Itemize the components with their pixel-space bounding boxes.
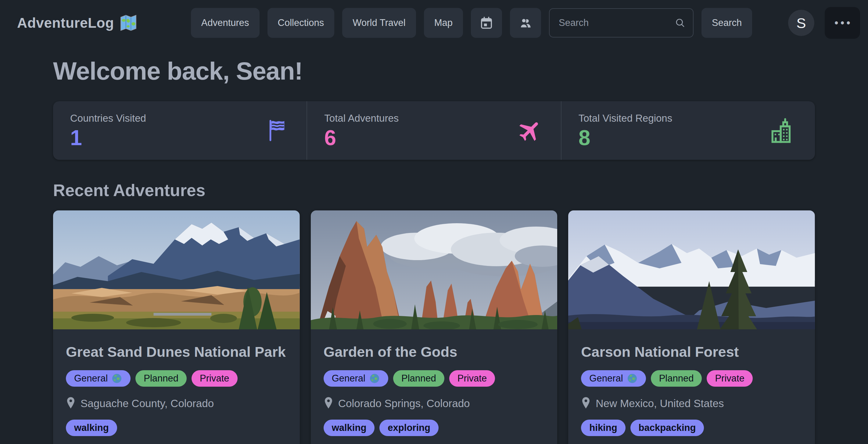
globe-icon: [369, 373, 380, 384]
stat-label: Total Adventures: [324, 113, 544, 124]
activity-tag: hiking: [581, 420, 625, 436]
adventure-card: Great Sand Dunes National Park General P…: [53, 211, 300, 444]
globe-icon: [111, 373, 122, 384]
badge-row: General Planned Private: [66, 370, 287, 387]
stat-total-visited-regions: Total Visited Regions 8: [561, 101, 815, 160]
card-body: Carson National Forest General Planned P…: [568, 329, 815, 444]
tag-row: hiking backpacking: [581, 420, 802, 436]
badge-row: General Planned Private: [581, 370, 802, 387]
calendar-icon: [480, 16, 493, 30]
card-title[interactable]: Garden of the Gods: [323, 343, 545, 361]
main-content: Welcome back, Sean! Countries Visited 1 …: [0, 57, 868, 444]
activity-tag: backpacking: [630, 420, 704, 436]
activity-tag: walking: [323, 420, 375, 436]
badge-row: General Planned Private: [323, 370, 545, 387]
plane-icon: [516, 117, 543, 144]
tag-row: walking: [66, 420, 287, 436]
pin-icon: [66, 397, 75, 410]
location-text: Saguache County, Colorado: [81, 398, 214, 410]
location-text: Colorado Springs, Colorado: [338, 398, 470, 410]
location-row: Saguache County, Colorado: [66, 397, 287, 410]
stat-label: Total Visited Regions: [579, 113, 798, 124]
app-logo[interactable]: AdventureLog: [17, 14, 137, 32]
sand-dunes-photo[interactable]: [53, 211, 300, 329]
map-emoji-icon: [120, 14, 137, 32]
navbar: AdventureLog Adventures Collections Worl…: [0, 0, 868, 46]
globe-icon: [627, 373, 638, 384]
nav-world-travel-button[interactable]: World Travel: [342, 8, 416, 38]
flag-icon: [266, 118, 289, 143]
activity-tag: walking: [66, 420, 117, 436]
calendar-button[interactable]: [471, 8, 502, 38]
card-body: Great Sand Dunes National Park General P…: [53, 329, 300, 444]
carson-forest-photo[interactable]: [568, 211, 815, 329]
pin-icon: [323, 397, 333, 410]
app-title: AdventureLog: [17, 14, 114, 31]
visibility-badge: Private: [449, 370, 495, 387]
search-button[interactable]: Search: [702, 8, 752, 38]
users-icon: [519, 16, 532, 30]
activity-tag: exploring: [379, 420, 439, 436]
adventure-card: Carson National Forest General Planned P…: [568, 211, 815, 444]
adventure-cards: Great Sand Dunes National Park General P…: [53, 211, 815, 444]
recent-adventures-heading: Recent Adventures: [53, 181, 815, 200]
pin-icon: [581, 397, 591, 410]
nav-map-button[interactable]: Map: [424, 8, 463, 38]
garden-of-the-gods-photo[interactable]: [311, 211, 558, 329]
card-body: Garden of the Gods General Planned Priva…: [311, 329, 558, 444]
visibility-badge: Private: [191, 370, 237, 387]
adventure-card: Garden of the Gods General Planned Priva…: [311, 211, 558, 444]
stat-value: 8: [579, 127, 798, 149]
stat-label: Countries Visited: [70, 113, 289, 124]
location-text: New Mexico, United States: [596, 398, 724, 410]
ellipsis-icon: •••: [834, 17, 852, 29]
stat-value: 1: [70, 127, 289, 149]
visibility-badge: Private: [707, 370, 752, 387]
tag-row: walking exploring: [323, 420, 545, 436]
user-avatar[interactable]: S: [788, 10, 814, 36]
status-badge: Planned: [135, 370, 187, 387]
category-badge: General: [66, 370, 130, 387]
city-icon: [767, 115, 797, 146]
location-row: New Mexico, United States: [581, 397, 802, 410]
overflow-menu-button[interactable]: •••: [825, 7, 860, 39]
stat-value: 6: [324, 127, 544, 149]
category-badge: General: [323, 370, 388, 387]
nav-collections-button[interactable]: Collections: [268, 8, 335, 38]
status-badge: Planned: [651, 370, 702, 387]
stat-total-adventures: Total Adventures 6: [307, 101, 561, 160]
welcome-heading: Welcome back, Sean!: [53, 57, 815, 85]
search-input[interactable]: [549, 8, 693, 37]
nav-adventures-button[interactable]: Adventures: [191, 8, 259, 38]
status-badge: Planned: [393, 370, 444, 387]
card-title[interactable]: Carson National Forest: [581, 343, 802, 361]
stat-countries-visited: Countries Visited 1: [53, 101, 307, 160]
stats-panel: Countries Visited 1 Total Adventures 6: [53, 101, 815, 160]
location-row: Colorado Springs, Colorado: [323, 397, 545, 410]
category-badge: General: [581, 370, 646, 387]
search-field-wrap: [549, 8, 693, 37]
users-button[interactable]: [510, 8, 541, 38]
card-title[interactable]: Great Sand Dunes National Park: [66, 343, 287, 361]
